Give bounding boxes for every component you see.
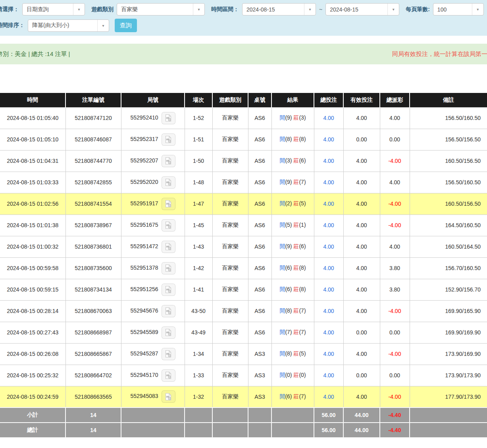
banker-result-value: (7) — [299, 329, 306, 335]
grand-total-row-empty — [212, 423, 248, 438]
total-bet-link[interactable]: 4.00 — [323, 136, 334, 143]
total-bet-link[interactable]: 4.00 — [323, 243, 334, 250]
table-row: 2024-08-15 01:02:56521808741554552951917… — [0, 193, 487, 214]
total-bet-link[interactable]: 4.00 — [323, 286, 334, 293]
cell-game-type: 百家樂 — [212, 279, 248, 300]
query-type-select[interactable]: 日期查詢 ▾ — [22, 3, 85, 15]
video-record-icon — [164, 221, 172, 229]
total-bet-link[interactable]: 4.00 — [323, 351, 334, 357]
game-type-select[interactable]: 百家樂 ▾ — [117, 3, 205, 15]
grand-total-row-empty — [185, 423, 212, 438]
table-row: 2024-08-15 00:24:59521808663565552945083… — [0, 386, 487, 407]
banker-result-label: 莊 — [293, 222, 299, 228]
total-bet-link[interactable]: 4.00 — [323, 179, 334, 185]
total-bet-link[interactable]: 4.00 — [323, 372, 334, 378]
cell-session: 43-49 — [185, 322, 212, 343]
date-from-select[interactable]: 2024-08-15 ▾ — [242, 3, 316, 15]
video-record-button[interactable] — [162, 305, 175, 317]
banker-result-value: (8) — [299, 286, 306, 292]
chevron-down-icon[interactable]: ▾ — [387, 4, 399, 15]
video-record-button[interactable] — [162, 112, 175, 124]
video-record-button[interactable] — [162, 284, 175, 296]
total-bet-link[interactable]: 4.00 — [323, 201, 334, 207]
chevron-down-icon[interactable]: ▾ — [304, 4, 316, 15]
player-result-value: (6) — [285, 286, 292, 292]
video-record-button[interactable] — [162, 369, 175, 382]
video-record-button[interactable] — [162, 326, 175, 339]
cell-result: 閒(6) 莊(8) — [271, 279, 314, 300]
chevron-down-icon[interactable]: ▾ — [193, 4, 204, 15]
video-record-button[interactable] — [162, 219, 175, 232]
video-record-button[interactable] — [162, 390, 175, 403]
total-bet-link[interactable]: 4.00 — [323, 394, 334, 400]
chevron-down-icon[interactable]: ▾ — [97, 20, 109, 31]
page-size-select[interactable]: 100 ▾ — [433, 3, 484, 15]
video-record-button[interactable] — [162, 155, 175, 167]
cell-remark: 160.50/156.50 — [410, 193, 487, 214]
cell-result: 閒(0) 莊(0) — [271, 365, 314, 386]
cell-payout: 0.00 — [380, 322, 410, 343]
chevron-down-icon[interactable]: ▾ — [73, 4, 85, 15]
cell-round-id: 552952020 — [121, 172, 185, 193]
video-record-button[interactable] — [162, 241, 175, 253]
video-record-button[interactable] — [162, 133, 175, 146]
cell-session: 1-42 — [185, 257, 212, 279]
same-round-notice-text: 同局有效投注，統一計算在該局第一張 — [392, 50, 487, 58]
video-record-icon — [164, 286, 172, 294]
table-row: 2024-08-15 00:25:32521808664702552945170… — [0, 365, 487, 386]
cell-result: 閒(8) 莊(8) — [271, 129, 314, 150]
player-result-value: (3) — [285, 157, 292, 164]
cell-result: 閒(6) 莊(7) — [271, 386, 314, 407]
cell-payout: -4.00 — [380, 300, 410, 322]
round-id-text: 552951917 — [130, 200, 158, 207]
cell-session: 1-48 — [185, 172, 212, 193]
round-id-text: 552945589 — [130, 329, 158, 335]
query-button[interactable]: 查詢 — [115, 19, 137, 32]
cell-time: 2024-08-15 01:04:31 — [0, 150, 65, 172]
chevron-down-icon[interactable]: ▾ — [472, 4, 483, 15]
cell-remark: 173.90/169.90 — [410, 343, 487, 365]
select-type-label: 請選擇： — [0, 6, 19, 13]
subtotal-row-label: 小計 — [0, 407, 65, 423]
cell-table-no: AS6 — [248, 214, 271, 236]
grand-total-row-count: 14 — [65, 423, 121, 438]
cell-bet-id: 521808741554 — [65, 193, 121, 214]
round-id-text: 552951675 — [130, 222, 158, 228]
video-record-button[interactable] — [162, 262, 175, 274]
subtotal-row-total-bet: 56.00 — [314, 407, 343, 423]
sort-order-select[interactable]: 降冪(由大到小) ▾ — [28, 19, 109, 32]
video-record-icon — [164, 371, 172, 379]
cell-time: 2024-08-15 01:05:10 — [0, 129, 65, 150]
total-bet-link[interactable]: 4.00 — [323, 329, 334, 336]
video-record-icon — [164, 264, 172, 272]
table-row: 2024-08-15 01:05:10521808746087552952317… — [0, 129, 487, 150]
total-bet-link[interactable]: 4.00 — [323, 308, 334, 314]
cell-payout: -4.00 — [380, 193, 410, 214]
cell-remark: 160.50/164.50 — [410, 236, 487, 257]
player-result-label: 閒 — [279, 372, 285, 378]
video-record-button[interactable] — [162, 348, 175, 360]
banker-result-value: (3) — [299, 114, 306, 121]
table-row: 2024-08-15 00:59:15521808734134552951256… — [0, 279, 487, 300]
cell-result: 閒(6) 莊(8) — [271, 257, 314, 279]
subtotal-row-empty — [185, 407, 212, 423]
total-bet-link[interactable]: 4.00 — [323, 158, 334, 164]
total-bet-link[interactable]: 4.00 — [323, 222, 334, 228]
player-result-value: (8) — [285, 350, 292, 357]
subtotal-row-valid-bet: 44.00 — [343, 407, 380, 423]
video-record-button[interactable] — [162, 176, 175, 189]
player-result-label: 閒 — [279, 393, 285, 400]
total-bet-link[interactable]: 4.00 — [323, 265, 334, 271]
date-to-select[interactable]: 2024-08-15 ▾ — [325, 3, 399, 15]
cell-game-type: 百家樂 — [212, 150, 248, 172]
cell-bet-id: 521808664702 — [65, 365, 121, 386]
video-record-button[interactable] — [162, 198, 175, 210]
cell-round-id: 552952207 — [121, 150, 185, 172]
cell-table-no: AS6 — [248, 257, 271, 279]
grand-total-row-total-bet: 56.00 — [314, 423, 343, 438]
cell-remark: 156.50/156.50 — [410, 129, 487, 150]
banker-result-value: (5) — [299, 350, 306, 357]
cell-round-id: 552951256 — [121, 279, 185, 300]
total-bet-link[interactable]: 4.00 — [323, 115, 334, 121]
cell-session: 1-51 — [185, 129, 212, 150]
